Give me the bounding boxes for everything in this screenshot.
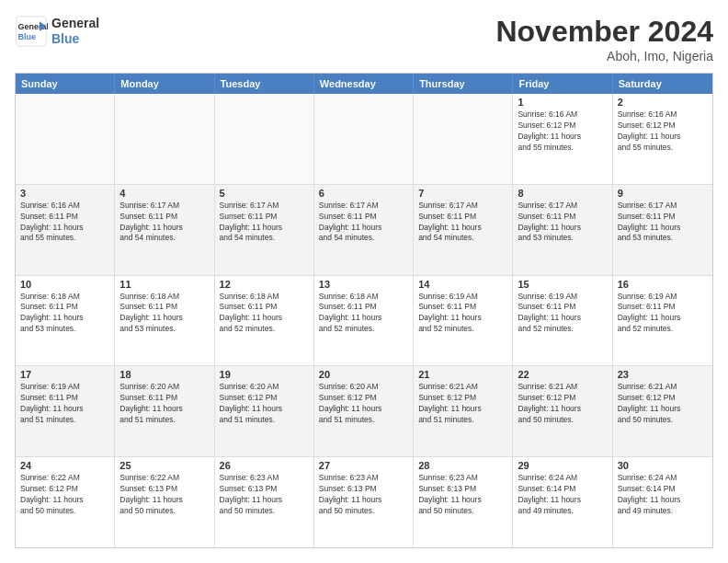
day-info: Sunrise: 6:20 AMSunset: 6:12 PMDaylight:… bbox=[319, 382, 408, 426]
day-info: Sunrise: 6:17 AMSunset: 6:11 PMDaylight:… bbox=[220, 201, 309, 245]
day-number: 29 bbox=[518, 460, 607, 471]
day-number: 16 bbox=[618, 279, 708, 290]
day-cell-27: 27Sunrise: 6:23 AMSunset: 6:13 PMDayligh… bbox=[314, 457, 414, 547]
day-info: Sunrise: 6:20 AMSunset: 6:11 PMDaylight:… bbox=[119, 382, 209, 426]
day-cell-4: 4Sunrise: 6:17 AMSunset: 6:11 PMDaylight… bbox=[115, 185, 214, 275]
calendar-week-5: 24Sunrise: 6:22 AMSunset: 6:12 PMDayligh… bbox=[16, 457, 712, 547]
empty-cell bbox=[16, 94, 115, 184]
day-cell-29: 29Sunrise: 6:24 AMSunset: 6:14 PMDayligh… bbox=[513, 457, 612, 547]
day-cell-1: 1Sunrise: 6:16 AMSunset: 6:12 PMDaylight… bbox=[513, 94, 612, 184]
day-cell-24: 24Sunrise: 6:22 AMSunset: 6:12 PMDayligh… bbox=[16, 457, 115, 547]
day-cell-23: 23Sunrise: 6:21 AMSunset: 6:12 PMDayligh… bbox=[613, 366, 712, 456]
empty-cell bbox=[314, 94, 414, 184]
calendar-body: 1Sunrise: 6:16 AMSunset: 6:12 PMDaylight… bbox=[16, 94, 712, 547]
day-number: 11 bbox=[119, 279, 209, 290]
logo-text-general: General bbox=[51, 16, 99, 31]
day-info: Sunrise: 6:18 AMSunset: 6:11 PMDaylight:… bbox=[20, 292, 109, 336]
day-info: Sunrise: 6:23 AMSunset: 6:13 PMDaylight:… bbox=[220, 473, 309, 517]
day-info: Sunrise: 6:20 AMSunset: 6:12 PMDaylight:… bbox=[220, 382, 309, 426]
day-cell-19: 19Sunrise: 6:20 AMSunset: 6:12 PMDayligh… bbox=[215, 366, 314, 456]
day-cell-9: 9Sunrise: 6:17 AMSunset: 6:11 PMDaylight… bbox=[613, 185, 712, 275]
header-day-monday: Monday bbox=[115, 74, 214, 94]
day-info: Sunrise: 6:23 AMSunset: 6:13 PMDaylight:… bbox=[319, 473, 408, 517]
title-block: November 2024 Aboh, Imo, Nigeria bbox=[495, 15, 713, 63]
day-cell-25: 25Sunrise: 6:22 AMSunset: 6:13 PMDayligh… bbox=[115, 457, 214, 547]
logo-text-blue: Blue bbox=[51, 31, 99, 47]
calendar-week-3: 10Sunrise: 6:18 AMSunset: 6:11 PMDayligh… bbox=[16, 276, 712, 367]
day-number: 26 bbox=[220, 460, 309, 471]
calendar-header: SundayMondayTuesdayWednesdayThursdayFrid… bbox=[16, 74, 712, 94]
day-cell-14: 14Sunrise: 6:19 AMSunset: 6:11 PMDayligh… bbox=[414, 276, 513, 366]
day-number: 24 bbox=[20, 460, 109, 471]
day-number: 22 bbox=[518, 369, 607, 380]
month-title: November 2024 bbox=[495, 15, 713, 49]
logo-icon: General Blue bbox=[15, 15, 48, 48]
day-cell-16: 16Sunrise: 6:19 AMSunset: 6:11 PMDayligh… bbox=[613, 276, 712, 366]
day-number: 27 bbox=[319, 460, 408, 471]
calendar-week-2: 3Sunrise: 6:16 AMSunset: 6:11 PMDaylight… bbox=[16, 185, 712, 276]
location-subtitle: Aboh, Imo, Nigeria bbox=[495, 49, 713, 63]
day-number: 3 bbox=[20, 188, 109, 199]
header: General Blue General Blue November 2024 … bbox=[15, 15, 713, 63]
header-day-sunday: Sunday bbox=[16, 74, 115, 94]
day-cell-21: 21Sunrise: 6:21 AMSunset: 6:12 PMDayligh… bbox=[414, 366, 513, 456]
calendar-week-1: 1Sunrise: 6:16 AMSunset: 6:12 PMDaylight… bbox=[16, 94, 712, 185]
header-day-wednesday: Wednesday bbox=[314, 74, 414, 94]
day-info: Sunrise: 6:18 AMSunset: 6:11 PMDaylight:… bbox=[319, 292, 408, 336]
day-info: Sunrise: 6:18 AMSunset: 6:11 PMDaylight:… bbox=[119, 292, 209, 336]
header-day-tuesday: Tuesday bbox=[215, 74, 314, 94]
day-number: 20 bbox=[319, 369, 408, 380]
day-number: 21 bbox=[418, 369, 507, 380]
day-number: 4 bbox=[119, 188, 209, 199]
header-day-friday: Friday bbox=[513, 74, 612, 94]
day-info: Sunrise: 6:17 AMSunset: 6:11 PMDaylight:… bbox=[518, 201, 607, 245]
day-cell-22: 22Sunrise: 6:21 AMSunset: 6:12 PMDayligh… bbox=[513, 366, 612, 456]
day-cell-12: 12Sunrise: 6:18 AMSunset: 6:11 PMDayligh… bbox=[215, 276, 314, 366]
day-number: 9 bbox=[618, 188, 708, 199]
day-number: 15 bbox=[518, 279, 607, 290]
page: General Blue General Blue November 2024 … bbox=[0, 0, 728, 563]
day-cell-28: 28Sunrise: 6:23 AMSunset: 6:13 PMDayligh… bbox=[414, 457, 513, 547]
day-info: Sunrise: 6:24 AMSunset: 6:14 PMDaylight:… bbox=[618, 473, 708, 517]
day-info: Sunrise: 6:19 AMSunset: 6:11 PMDaylight:… bbox=[518, 292, 607, 336]
day-number: 28 bbox=[418, 460, 507, 471]
day-number: 8 bbox=[518, 188, 607, 199]
day-info: Sunrise: 6:21 AMSunset: 6:12 PMDaylight:… bbox=[518, 382, 607, 426]
day-info: Sunrise: 6:19 AMSunset: 6:11 PMDaylight:… bbox=[418, 292, 507, 336]
day-cell-11: 11Sunrise: 6:18 AMSunset: 6:11 PMDayligh… bbox=[115, 276, 214, 366]
day-number: 19 bbox=[220, 369, 309, 380]
empty-cell bbox=[215, 94, 314, 184]
empty-cell bbox=[115, 94, 214, 184]
day-cell-20: 20Sunrise: 6:20 AMSunset: 6:12 PMDayligh… bbox=[314, 366, 414, 456]
day-cell-18: 18Sunrise: 6:20 AMSunset: 6:11 PMDayligh… bbox=[115, 366, 214, 456]
day-info: Sunrise: 6:21 AMSunset: 6:12 PMDaylight:… bbox=[618, 382, 708, 426]
day-cell-3: 3Sunrise: 6:16 AMSunset: 6:11 PMDaylight… bbox=[16, 185, 115, 275]
empty-cell bbox=[414, 94, 513, 184]
day-info: Sunrise: 6:18 AMSunset: 6:11 PMDaylight:… bbox=[220, 292, 309, 336]
day-number: 10 bbox=[20, 279, 109, 290]
day-info: Sunrise: 6:22 AMSunset: 6:13 PMDaylight:… bbox=[119, 473, 209, 517]
header-day-thursday: Thursday bbox=[414, 74, 513, 94]
day-info: Sunrise: 6:16 AMSunset: 6:11 PMDaylight:… bbox=[20, 201, 109, 245]
calendar-week-4: 17Sunrise: 6:19 AMSunset: 6:11 PMDayligh… bbox=[16, 366, 712, 457]
day-info: Sunrise: 6:17 AMSunset: 6:11 PMDaylight:… bbox=[319, 201, 408, 245]
day-info: Sunrise: 6:17 AMSunset: 6:11 PMDaylight:… bbox=[618, 201, 708, 245]
day-info: Sunrise: 6:23 AMSunset: 6:13 PMDaylight:… bbox=[418, 473, 507, 517]
day-cell-8: 8Sunrise: 6:17 AMSunset: 6:11 PMDaylight… bbox=[513, 185, 612, 275]
day-info: Sunrise: 6:19 AMSunset: 6:11 PMDaylight:… bbox=[618, 292, 708, 336]
day-info: Sunrise: 6:16 AMSunset: 6:12 PMDaylight:… bbox=[518, 109, 607, 154]
day-number: 13 bbox=[319, 279, 408, 290]
day-info: Sunrise: 6:22 AMSunset: 6:12 PMDaylight:… bbox=[20, 473, 109, 517]
day-cell-7: 7Sunrise: 6:17 AMSunset: 6:11 PMDaylight… bbox=[414, 185, 513, 275]
day-cell-6: 6Sunrise: 6:17 AMSunset: 6:11 PMDaylight… bbox=[314, 185, 414, 275]
day-cell-13: 13Sunrise: 6:18 AMSunset: 6:11 PMDayligh… bbox=[314, 276, 414, 366]
day-number: 7 bbox=[418, 188, 507, 199]
header-day-saturday: Saturday bbox=[613, 74, 712, 94]
day-cell-5: 5Sunrise: 6:17 AMSunset: 6:11 PMDaylight… bbox=[215, 185, 314, 275]
day-cell-26: 26Sunrise: 6:23 AMSunset: 6:13 PMDayligh… bbox=[215, 457, 314, 547]
day-info: Sunrise: 6:17 AMSunset: 6:11 PMDaylight:… bbox=[418, 201, 507, 245]
day-cell-10: 10Sunrise: 6:18 AMSunset: 6:11 PMDayligh… bbox=[16, 276, 115, 366]
day-number: 1 bbox=[518, 97, 607, 108]
calendar: SundayMondayTuesdayWednesdayThursdayFrid… bbox=[15, 73, 713, 548]
svg-text:Blue: Blue bbox=[18, 32, 37, 41]
